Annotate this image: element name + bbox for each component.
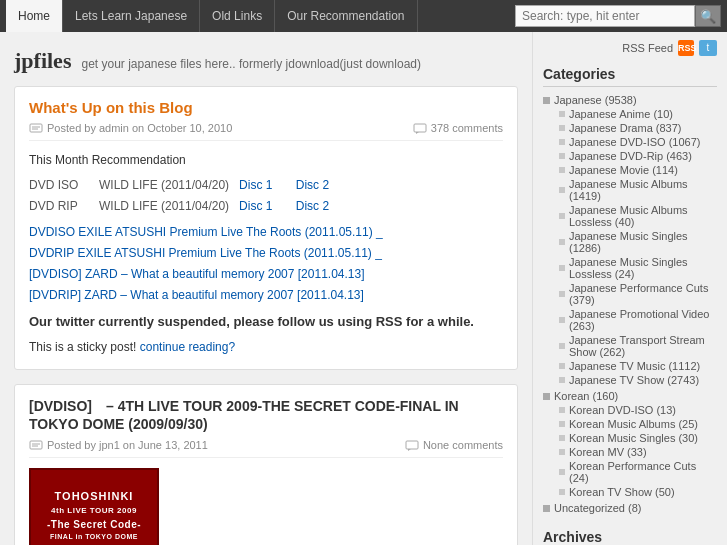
site-title: jpfiles [14, 48, 71, 74]
nav-old-links[interactable]: Old Links [200, 0, 275, 32]
cat-sub-bullet [559, 265, 565, 271]
sidebar-categories: Categories Japanese (9538) Japanese Anim… [543, 66, 717, 515]
cat-uncategorized[interactable]: Uncategorized (8) [543, 501, 717, 515]
cat-korean-sub: Korean DVD-ISO (13) Korean Music Albums … [543, 403, 717, 499]
cat-japanese-promo-video[interactable]: Japanese Promotional Video (263) [559, 307, 717, 333]
cat-japanese-anime[interactable]: Japanese Anime (10) [559, 107, 717, 121]
post1-meta-right: 378 comments [413, 122, 503, 134]
sidebar-rss-bar: RSS Feed RSS t [543, 40, 717, 56]
twitter-icon[interactable]: t [699, 40, 717, 56]
post1-comments: 378 comments [431, 122, 503, 134]
cat-japanese-music-singles[interactable]: Japanese Music Singles (1286) [559, 229, 717, 255]
cat-sub-bullet [559, 435, 565, 441]
thumb-line3: -The Secret Code- [47, 518, 141, 532]
post2-thumbnail: TOHOSHINKI 4th LIVE TOUR 2009 -The Secre… [29, 468, 159, 545]
sidebar: RSS Feed RSS t Categories Japanese (9538… [532, 32, 727, 545]
post1-body: This Month Recommendation DVD ISO WILD L… [29, 151, 503, 357]
rec-row-1: DVD ISO WILD LIFE (2011/04/20) Disc 1 Di… [29, 176, 503, 195]
cat-japanese-dvd-iso[interactable]: Japanese DVD-ISO (1067) [559, 135, 717, 149]
post1-meta: Posted by admin on October 10, 2010 378 … [29, 122, 503, 141]
cat-korean-performance-cuts[interactable]: Korean Performance Cuts (24) [559, 459, 717, 485]
nav-learn-japanese[interactable]: Lets Learn Japanese [63, 0, 200, 32]
page-icon-2 [29, 440, 43, 451]
post1-meta-left: Posted by admin on October 10, 2010 [29, 122, 232, 134]
cat-sub-bullet [559, 489, 565, 495]
cat-japanese-tv-show[interactable]: Japanese TV Show (2743) [559, 373, 717, 387]
cat-sub-bullet [559, 167, 565, 173]
nav-bar: Home Lets Learn Japanese Old Links Our R… [0, 0, 727, 32]
cat-sub-bullet [559, 291, 565, 297]
exile-link-3[interactable]: [DVDISO] ZARD – What a beautiful memory … [29, 265, 503, 284]
post2-title[interactable]: [DVDISO] – 4TH LIVE TOUR 2009-THE SECRET… [29, 397, 503, 433]
thumb-line4: FINAL in TOKYO DOME [50, 532, 138, 542]
cat-group-uncategorized: Uncategorized (8) [543, 501, 717, 515]
categories-heading: Categories [543, 66, 717, 87]
post1-rec-label: This Month Recommendation [29, 151, 503, 170]
search-button[interactable]: 🔍 [695, 5, 721, 27]
rec2-title: WILD LIFE (2011/04/20) [99, 197, 229, 216]
post1-title: What's Up on this Blog [29, 99, 503, 116]
rec-table: DVD ISO WILD LIFE (2011/04/20) Disc 1 Di… [29, 176, 503, 216]
cat-japanese-music-singles-lossless[interactable]: Japanese Music Singles Lossless (24) [559, 255, 717, 281]
cat-korean-tv-show[interactable]: Korean TV Show (50) [559, 485, 717, 499]
cat-sub-bullet [559, 469, 565, 475]
rec2-disc1-link[interactable]: Disc 1 [239, 197, 272, 216]
post2-meta-right: None comments [405, 439, 503, 451]
cat-sub-bullet [559, 139, 565, 145]
cat-sub-bullet [559, 343, 565, 349]
cat-sub-bullet [559, 153, 565, 159]
svg-rect-0 [30, 124, 42, 132]
cat-japanese-dvd-rip[interactable]: Japanese DVD-Rip (463) [559, 149, 717, 163]
nav-recommendation[interactable]: Our Recommendation [275, 0, 417, 32]
post2-meta-left: Posted by jpn1 on June 13, 2011 [29, 439, 208, 451]
cat-sub-bullet [559, 239, 565, 245]
cat-japanese-music-albums[interactable]: Japanese Music Albums (1419) [559, 177, 717, 203]
rec1-disc2-link[interactable]: Disc 2 [296, 176, 329, 195]
rec2-disc2-link[interactable]: Disc 2 [296, 197, 329, 216]
cat-japanese-movie[interactable]: Japanese Movie (114) [559, 163, 717, 177]
post-dvdiso: [DVDISO] – 4TH LIVE TOUR 2009-THE SECRET… [14, 384, 518, 545]
rss-icon[interactable]: RSS [678, 40, 694, 56]
cat-korean-dvd-iso[interactable]: Korean DVD-ISO (13) [559, 403, 717, 417]
cat-sub-bullet [559, 317, 565, 323]
cat-group-japanese: Japanese (9538) Japanese Anime (10) Japa… [543, 93, 717, 387]
svg-rect-5 [30, 441, 42, 449]
nav-search-container: 🔍 [515, 0, 721, 32]
cat-sub-bullet [559, 187, 565, 193]
rec1-type: DVD ISO [29, 176, 89, 195]
cat-korean-music-singles[interactable]: Korean Music Singles (30) [559, 431, 717, 445]
cat-japanese-sub: Japanese Anime (10) Japanese Drama (837)… [543, 107, 717, 387]
cat-japanese-label: Japanese (9538) [554, 94, 637, 106]
cat-sub-bullet [559, 407, 565, 413]
cat-korean[interactable]: Korean (160) [543, 389, 717, 403]
rec1-disc1-link[interactable]: Disc 1 [239, 176, 272, 195]
cat-japanese[interactable]: Japanese (9538) [543, 93, 717, 107]
thumb-line2: 4th LIVE TOUR 2009 [51, 505, 137, 516]
exile-link-1[interactable]: DVDISO EXILE ATSUSHI Premium Live The Ro… [29, 223, 503, 242]
thumb-line1: TOHOSHINKI [55, 489, 134, 504]
post-whats-up: What's Up on this Blog Posted by admin o… [14, 86, 518, 370]
svg-rect-8 [406, 441, 418, 449]
search-input[interactable] [515, 5, 695, 27]
cat-sub-bullet [559, 213, 565, 219]
main-content: jpfiles get your japanese files here.. f… [0, 32, 532, 545]
rec-row-2: DVD RIP WILD LIFE (2011/04/20) Disc 1 Di… [29, 197, 503, 216]
cat-japanese-drama[interactable]: Japanese Drama (837) [559, 121, 717, 135]
cat-japanese-performance-cuts[interactable]: Japanese Performance Cuts (379) [559, 281, 717, 307]
exile-link-2[interactable]: DVDRIP EXILE ATSUSHI Premium Live The Ro… [29, 244, 503, 263]
cat-sub-bullet [559, 125, 565, 131]
cat-japanese-music-albums-lossless[interactable]: Japanese Music Albums Lossless (40) [559, 203, 717, 229]
continue-reading-link[interactable]: continue reading? [140, 340, 235, 354]
svg-rect-3 [414, 124, 426, 132]
cat-japanese-tv-music[interactable]: Japanese TV Music (1112) [559, 359, 717, 373]
exile-link-4[interactable]: [DVDRIP] ZARD – What a beautiful memory … [29, 286, 503, 305]
nav-home[interactable]: Home [6, 0, 63, 32]
post2-meta: Posted by jpn1 on June 13, 2011 None com… [29, 439, 503, 458]
cat-sub-bullet [559, 111, 565, 117]
cat-korean-mv[interactable]: Korean MV (33) [559, 445, 717, 459]
post2-author: Posted by jpn1 on June 13, 2011 [47, 439, 208, 451]
cat-japanese-transport[interactable]: Japanese Transport Stream Show (262) [559, 333, 717, 359]
cat-korean-music-albums[interactable]: Korean Music Albums (25) [559, 417, 717, 431]
cat-bullet [543, 97, 550, 104]
comment-icon [413, 123, 427, 134]
